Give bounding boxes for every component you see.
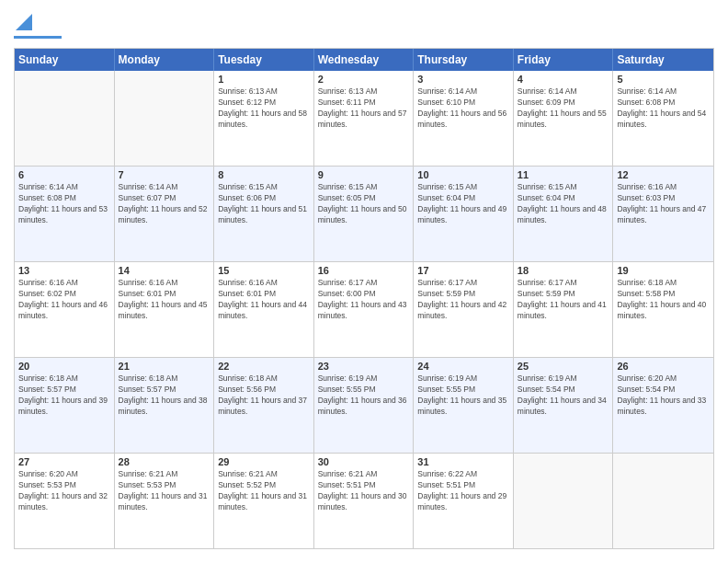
- cal-cell-day-18: 18Sunrise: 6:17 AM Sunset: 5:59 PM Dayli…: [514, 262, 614, 357]
- cal-cell-empty: [514, 454, 614, 548]
- day-info: Sunrise: 6:16 AM Sunset: 6:03 PM Dayligh…: [617, 182, 710, 226]
- cal-cell-day-28: 28Sunrise: 6:21 AM Sunset: 5:53 PM Dayli…: [115, 454, 215, 548]
- day-info: Sunrise: 6:17 AM Sunset: 5:59 PM Dayligh…: [417, 278, 509, 322]
- header: [14, 14, 714, 39]
- day-number: 5: [617, 74, 710, 85]
- day-number: 22: [218, 361, 310, 372]
- day-info: Sunrise: 6:18 AM Sunset: 5:56 PM Dayligh…: [218, 373, 310, 418]
- day-number: 1: [218, 74, 310, 85]
- day-info: Sunrise: 6:15 AM Sunset: 6:06 PM Dayligh…: [218, 182, 310, 226]
- day-info: Sunrise: 6:15 AM Sunset: 6:04 PM Dayligh…: [518, 182, 609, 226]
- cal-cell-day-12: 12Sunrise: 6:16 AM Sunset: 6:03 PM Dayli…: [613, 167, 713, 261]
- day-number: 16: [318, 265, 410, 276]
- day-info: Sunrise: 6:16 AM Sunset: 6:01 PM Dayligh…: [218, 278, 310, 322]
- day-number: 4: [518, 74, 609, 85]
- day-info: Sunrise: 6:19 AM Sunset: 5:54 PM Dayligh…: [518, 373, 609, 418]
- day-number: 13: [18, 265, 110, 276]
- day-info: Sunrise: 6:22 AM Sunset: 5:51 PM Dayligh…: [417, 469, 509, 513]
- day-info: Sunrise: 6:17 AM Sunset: 5:59 PM Dayligh…: [518, 278, 609, 322]
- calendar: SundayMondayTuesdayWednesdayThursdayFrid…: [14, 48, 714, 549]
- calendar-row-1: 6Sunrise: 6:14 AM Sunset: 6:08 PM Daylig…: [15, 167, 713, 262]
- cal-cell-day-10: 10Sunrise: 6:15 AM Sunset: 6:04 PM Dayli…: [414, 167, 514, 261]
- cal-cell-day-6: 6Sunrise: 6:14 AM Sunset: 6:08 PM Daylig…: [15, 167, 115, 261]
- day-number: 20: [18, 361, 110, 372]
- day-info: Sunrise: 6:13 AM Sunset: 6:11 PM Dayligh…: [318, 86, 410, 131]
- day-info: Sunrise: 6:18 AM Sunset: 5:58 PM Dayligh…: [617, 278, 710, 322]
- day-info: Sunrise: 6:21 AM Sunset: 5:53 PM Dayligh…: [119, 469, 210, 513]
- cal-cell-empty: [115, 71, 215, 166]
- day-info: Sunrise: 6:20 AM Sunset: 5:53 PM Dayligh…: [18, 469, 110, 513]
- day-number: 2: [318, 74, 410, 85]
- day-number: 29: [218, 456, 310, 467]
- day-info: Sunrise: 6:19 AM Sunset: 5:55 PM Dayligh…: [318, 373, 410, 418]
- cal-cell-day-19: 19Sunrise: 6:18 AM Sunset: 5:58 PM Dayli…: [613, 262, 713, 357]
- cal-cell-day-26: 26Sunrise: 6:20 AM Sunset: 5:54 PM Dayli…: [613, 358, 713, 453]
- weekday-header-sunday: Sunday: [15, 49, 115, 71]
- day-info: Sunrise: 6:14 AM Sunset: 6:07 PM Dayligh…: [119, 182, 210, 226]
- cal-cell-empty: [15, 71, 115, 166]
- day-info: Sunrise: 6:19 AM Sunset: 5:55 PM Dayligh…: [417, 373, 509, 418]
- cal-cell-day-27: 27Sunrise: 6:20 AM Sunset: 5:53 PM Dayli…: [15, 454, 115, 548]
- day-number: 26: [617, 361, 710, 372]
- day-info: Sunrise: 6:13 AM Sunset: 6:12 PM Dayligh…: [218, 86, 310, 131]
- weekday-header-friday: Friday: [514, 49, 614, 71]
- calendar-row-0: 1Sunrise: 6:13 AM Sunset: 6:12 PM Daylig…: [15, 71, 713, 167]
- day-info: Sunrise: 6:14 AM Sunset: 6:08 PM Dayligh…: [617, 86, 710, 131]
- cal-cell-day-23: 23Sunrise: 6:19 AM Sunset: 5:55 PM Dayli…: [314, 358, 415, 453]
- day-info: Sunrise: 6:15 AM Sunset: 6:05 PM Dayligh…: [318, 182, 410, 226]
- cal-cell-day-15: 15Sunrise: 6:16 AM Sunset: 6:01 PM Dayli…: [214, 262, 314, 357]
- day-info: Sunrise: 6:14 AM Sunset: 6:10 PM Dayligh…: [417, 86, 509, 131]
- cal-cell-empty: [613, 454, 713, 548]
- weekday-header-tuesday: Tuesday: [214, 49, 314, 71]
- logo-icon: [16, 14, 32, 30]
- day-number: 7: [119, 169, 210, 180]
- day-info: Sunrise: 6:16 AM Sunset: 6:01 PM Dayligh…: [119, 278, 210, 322]
- cal-cell-day-13: 13Sunrise: 6:16 AM Sunset: 6:02 PM Dayli…: [15, 262, 115, 357]
- cal-cell-day-14: 14Sunrise: 6:16 AM Sunset: 6:01 PM Dayli…: [115, 262, 215, 357]
- logo: [14, 14, 62, 39]
- day-number: 30: [318, 456, 410, 467]
- day-info: Sunrise: 6:18 AM Sunset: 5:57 PM Dayligh…: [119, 373, 210, 418]
- day-number: 9: [318, 169, 410, 180]
- day-number: 11: [518, 169, 609, 180]
- cal-cell-day-16: 16Sunrise: 6:17 AM Sunset: 6:00 PM Dayli…: [314, 262, 415, 357]
- day-number: 6: [18, 169, 110, 180]
- weekday-header-saturday: Saturday: [613, 49, 713, 71]
- day-info: Sunrise: 6:14 AM Sunset: 6:08 PM Dayligh…: [18, 182, 110, 226]
- cal-cell-day-30: 30Sunrise: 6:21 AM Sunset: 5:51 PM Dayli…: [314, 454, 415, 548]
- day-number: 19: [617, 265, 710, 276]
- day-number: 14: [119, 265, 210, 276]
- cal-cell-day-5: 5Sunrise: 6:14 AM Sunset: 6:08 PM Daylig…: [613, 71, 713, 166]
- day-number: 17: [417, 265, 509, 276]
- weekday-header-monday: Monday: [115, 49, 215, 71]
- day-info: Sunrise: 6:17 AM Sunset: 6:00 PM Dayligh…: [318, 278, 410, 322]
- calendar-row-3: 20Sunrise: 6:18 AM Sunset: 5:57 PM Dayli…: [15, 358, 713, 454]
- cal-cell-day-21: 21Sunrise: 6:18 AM Sunset: 5:57 PM Dayli…: [115, 358, 215, 453]
- cal-cell-day-2: 2Sunrise: 6:13 AM Sunset: 6:11 PM Daylig…: [314, 71, 415, 166]
- cal-cell-day-29: 29Sunrise: 6:21 AM Sunset: 5:52 PM Dayli…: [214, 454, 314, 548]
- day-number: 12: [617, 169, 710, 180]
- day-number: 21: [119, 361, 210, 372]
- cal-cell-day-31: 31Sunrise: 6:22 AM Sunset: 5:51 PM Dayli…: [414, 454, 514, 548]
- day-number: 3: [417, 74, 509, 85]
- calendar-row-2: 13Sunrise: 6:16 AM Sunset: 6:02 PM Dayli…: [15, 262, 713, 358]
- day-number: 15: [218, 265, 310, 276]
- day-number: 23: [318, 361, 410, 372]
- day-info: Sunrise: 6:20 AM Sunset: 5:54 PM Dayligh…: [617, 373, 710, 418]
- day-number: 27: [18, 456, 110, 467]
- cal-cell-day-11: 11Sunrise: 6:15 AM Sunset: 6:04 PM Dayli…: [514, 167, 614, 261]
- logo-underline: [14, 36, 62, 39]
- day-number: 28: [119, 456, 210, 467]
- day-number: 10: [417, 169, 509, 180]
- page: SundayMondayTuesdayWednesdayThursdayFrid…: [0, 0, 728, 563]
- calendar-header: SundayMondayTuesdayWednesdayThursdayFrid…: [15, 49, 713, 71]
- cal-cell-day-4: 4Sunrise: 6:14 AM Sunset: 6:09 PM Daylig…: [514, 71, 614, 166]
- day-info: Sunrise: 6:14 AM Sunset: 6:09 PM Dayligh…: [518, 86, 609, 131]
- cal-cell-day-24: 24Sunrise: 6:19 AM Sunset: 5:55 PM Dayli…: [414, 358, 514, 453]
- weekday-header-thursday: Thursday: [414, 49, 514, 71]
- calendar-row-4: 27Sunrise: 6:20 AM Sunset: 5:53 PM Dayli…: [15, 454, 713, 548]
- cal-cell-day-3: 3Sunrise: 6:14 AM Sunset: 6:10 PM Daylig…: [414, 71, 514, 166]
- cal-cell-day-7: 7Sunrise: 6:14 AM Sunset: 6:07 PM Daylig…: [115, 167, 215, 261]
- day-info: Sunrise: 6:16 AM Sunset: 6:02 PM Dayligh…: [18, 278, 110, 322]
- cal-cell-day-20: 20Sunrise: 6:18 AM Sunset: 5:57 PM Dayli…: [15, 358, 115, 453]
